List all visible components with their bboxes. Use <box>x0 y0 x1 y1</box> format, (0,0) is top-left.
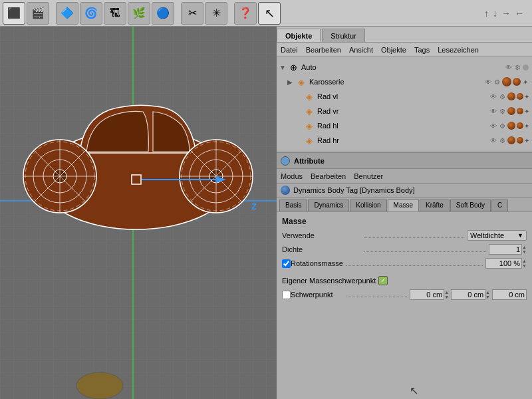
cursor-area: ↖ <box>410 384 532 397</box>
visibility-icon[interactable]: 👁 <box>490 108 497 115</box>
object-icon-mesh: ◈ <box>303 120 315 131</box>
tool-cube[interactable]: 🔷 <box>56 2 78 25</box>
spin-down-icon[interactable]: ▼ <box>522 263 527 268</box>
dropdown-arrow: ▼ <box>517 232 523 239</box>
tool-grass[interactable]: 🌿 <box>128 2 150 25</box>
menu-lesezeichen[interactable]: Lesezeichen <box>438 46 479 54</box>
visibility-icon[interactable]: 👁 <box>490 137 497 144</box>
dichte-row: Dichte ▲ ▼ <box>282 243 527 256</box>
tool-deform[interactable]: ✳ <box>205 2 227 25</box>
attribute-header: Attribute <box>277 153 532 169</box>
expand-icon[interactable]: ▶ <box>287 78 295 86</box>
spin-down-icon[interactable]: ▼ <box>444 295 449 299</box>
spin-up-icon[interactable]: ▲ <box>485 290 490 295</box>
dichte-field: ▲ ▼ <box>489 244 527 255</box>
tool-loft[interactable]: 🏗 <box>104 2 126 25</box>
dots-separator <box>346 261 483 266</box>
render-icon[interactable]: ⚙ <box>494 78 500 86</box>
object-tab-row: Objekte Struktur <box>277 27 532 43</box>
list-item[interactable]: ▶ ◈ Karosserie 👁 ⚙ ✦ <box>277 74 532 89</box>
attr-menu-benutzer[interactable]: Benutzer <box>354 172 383 180</box>
visibility-icon[interactable]: 👁 <box>490 93 497 100</box>
schwerpunkt-y-input[interactable] <box>451 289 485 300</box>
menu-datei[interactable]: Datei <box>281 46 298 54</box>
list-item[interactable]: ◈ Rad hr 👁 ⚙ ✦ <box>277 133 532 148</box>
viewport-nav-arrows[interactable]: ↑ ↓ → ← <box>484 8 524 19</box>
schwerpunkt-x-input[interactable] <box>410 289 444 300</box>
visibility-icon[interactable]: 👁 <box>505 64 512 71</box>
object-icon-mesh: ◈ <box>303 91 315 102</box>
verwende-label: Verwende <box>282 231 362 239</box>
attr-tab-dynamics[interactable]: Dynamics <box>308 200 349 211</box>
spin-up-icon[interactable]: ▲ <box>522 245 527 249</box>
tool-nurbs[interactable]: 🌀 <box>80 2 102 25</box>
render-icon[interactable]: ⚙ <box>499 108 505 115</box>
attr-tab-basis[interactable]: Basis <box>279 200 307 211</box>
attr-tab-kraefte[interactable]: Kräfte <box>420 200 450 211</box>
render-icon[interactable]: ⚙ <box>515 64 521 71</box>
object-list: ▼ ⊕ Auto 👁 ⚙ ▶ ◈ Karosserie 👁 ⚙ <box>277 57 532 150</box>
3d-viewport[interactable]: Z <box>0 27 277 399</box>
list-item[interactable]: ◈ Rad vr 👁 ⚙ ✦ <box>277 104 532 118</box>
tool-cut[interactable]: ✂ <box>181 2 203 25</box>
material-dot-2 <box>517 93 523 100</box>
list-item[interactable]: ▼ ⊕ Auto 👁 ⚙ <box>277 60 532 74</box>
attr-menu-bearbeiten[interactable]: Bearbeiten <box>311 172 346 180</box>
attr-tab-softbody[interactable]: Soft Body <box>450 200 491 211</box>
rotationsmasse-input[interactable] <box>485 258 522 269</box>
tool-new[interactable]: ⬛ <box>3 2 25 25</box>
object-menu-bar: Datei Bearbeiten Ansicht Objekte Tags Le… <box>277 43 532 57</box>
rotationsmasse-checkbox[interactable] <box>282 259 291 268</box>
tab-struktur[interactable]: Struktur <box>322 29 365 42</box>
material-dot-2 <box>517 108 523 114</box>
attribute-color-indicator <box>281 156 290 166</box>
rotationsmasse-spinner[interactable]: ▲ ▼ <box>522 259 527 268</box>
verwende-value: Weltdichte <box>470 231 504 239</box>
attr-menu-modus[interactable]: Modus <box>281 172 303 180</box>
menu-objekte[interactable]: Objekte <box>381 46 406 54</box>
spin-up-icon[interactable]: ▲ <box>444 290 449 295</box>
dots-separator <box>364 233 464 238</box>
list-item[interactable]: ◈ Rad hl 👁 ⚙ ✦ <box>277 118 532 133</box>
menu-tags[interactable]: Tags <box>414 46 430 54</box>
list-item[interactable]: ◈ Rad vl 👁 ⚙ ✦ <box>277 89 532 104</box>
rotationsmasse-field: ▲ ▼ <box>485 258 527 269</box>
tool-scene[interactable]: 🎬 <box>27 2 49 25</box>
material-dot <box>507 122 515 130</box>
verwende-dropdown[interactable]: Weltdichte ▼ <box>467 230 527 241</box>
visibility-icon[interactable]: 👁 <box>485 78 491 86</box>
dichte-spinner[interactable]: ▲ ▼ <box>522 245 527 254</box>
spin-down-icon[interactable]: ▼ <box>522 249 527 254</box>
schwerpunkt-checkbox[interactable] <box>282 291 291 299</box>
svg-text:Z: Z <box>251 201 257 211</box>
tool-select[interactable]: ↖ <box>258 2 281 25</box>
material-dot <box>502 77 511 86</box>
visibility-icon[interactable]: 👁 <box>490 122 497 130</box>
attr-tab-c[interactable]: C <box>491 200 508 211</box>
tool-sphere[interactable]: 🔵 <box>152 2 174 25</box>
render-icon[interactable]: ⚙ <box>499 93 505 100</box>
tab-objekte[interactable]: Objekte <box>277 29 321 42</box>
expand-icon[interactable]: ▼ <box>279 64 287 71</box>
y-spinner[interactable]: ▲ ▼ <box>485 290 490 299</box>
tool-question[interactable]: ❓ <box>234 2 257 25</box>
attr-tab-masse[interactable]: Masse <box>388 200 419 211</box>
object-icon-mesh: ◈ <box>295 76 307 87</box>
schwerpunkt-z-input[interactable] <box>492 289 527 300</box>
masse-section: Masse Verwende Weltdichte ▼ Dichte <box>277 212 532 305</box>
spin-up-icon[interactable]: ▲ <box>522 259 527 263</box>
object-icon-group: ⊕ <box>287 62 299 72</box>
schwerpunkt-checkbox-wrapper: Schwerpunkt <box>282 291 344 299</box>
rotationsmasse-checkbox-wrapper: Rotationsmasse <box>282 259 343 268</box>
menu-ansicht[interactable]: Ansicht <box>349 46 373 54</box>
x-spinner[interactable]: ▲ ▼ <box>444 290 449 299</box>
attr-tab-kollision[interactable]: Kollision <box>350 200 386 211</box>
verwende-row: Verwende Weltdichte ▼ <box>282 229 527 242</box>
render-icon[interactable]: ⚙ <box>499 122 505 130</box>
dichte-input[interactable] <box>489 244 522 255</box>
color-dot <box>523 65 529 70</box>
spin-down-icon[interactable]: ▼ <box>485 295 490 299</box>
schwerpunkt-label: Schwerpunkt <box>291 291 344 299</box>
menu-bearbeiten[interactable]: Bearbeiten <box>306 46 341 54</box>
render-icon[interactable]: ⚙ <box>499 137 505 144</box>
